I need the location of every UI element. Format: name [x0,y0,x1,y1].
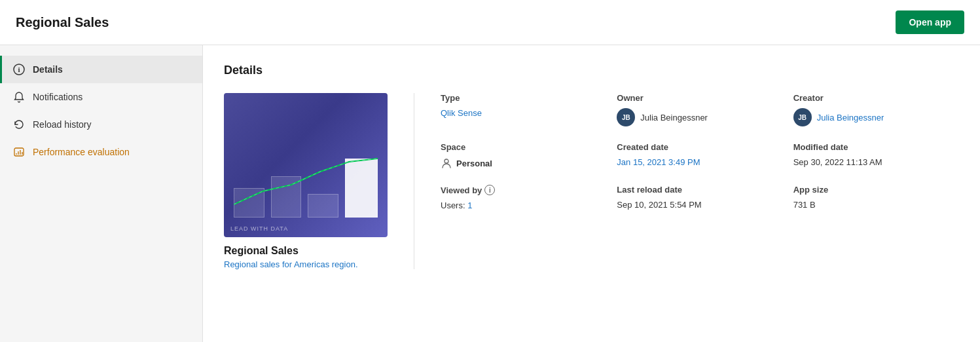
type-value[interactable]: Qlik Sense [441,108,606,118]
viewed-by-info-icon[interactable]: i [484,185,495,195]
last-reload-label: Last reload date [617,185,782,195]
sidebar-item-notifications-label: Notifications [33,92,82,102]
sidebar-item-performance-label: Performance evaluation [33,147,130,157]
space-name: Personal [456,159,492,168]
sidebar-item-details[interactable]: i Details [0,56,202,83]
details-layout: LEAD WITH DATA Regional Sales Regional s… [224,93,959,269]
creator-label: Creator [793,93,959,103]
users-value: Users: 1 [441,200,606,210]
creator-field: Creator JB Julia Beingessner [793,93,959,126]
svg-text:i: i [18,66,20,73]
space-value: Personal [441,157,606,169]
space-label: Space [441,142,606,152]
owner-avatar: JB [617,108,635,126]
app-size-field: App size 731 B [793,185,959,210]
type-field: Type Qlik Sense [441,93,606,126]
sidebar: i Details Notifications Reload histo [0,45,203,342]
type-label: Type [441,93,606,103]
app-description: Regional sales for Americas region. [224,259,388,269]
created-date-field: Created date Jan 15, 2021 3:49 PM [617,142,782,169]
viewed-by-label: Viewed by i [441,185,606,195]
app-size-value: 731 B [793,200,959,210]
viewed-by-field: Viewed by i Users: 1 [441,185,606,210]
sidebar-item-details-label: Details [33,64,63,75]
content-title: Details [224,64,959,77]
owner-field: Owner JB Julia Beingessner [617,93,782,126]
created-date-value: Jan 15, 2021 3:49 PM [617,157,782,167]
owner-label: Owner [617,93,782,103]
app-name: Regional Sales [224,245,388,257]
creator-name: Julia Beingessner [817,113,884,123]
thumbnail-lead-text: LEAD WITH DATA [230,225,288,232]
owner-name: Julia Beingessner [640,113,708,123]
created-date-label: Created date [617,142,782,152]
creator-value: JB Julia Beingessner [793,108,959,126]
chart-trend-line [234,152,378,218]
main-layout: i Details Notifications Reload histo [0,45,980,342]
modified-date-field: Modified date Sep 30, 2022 11:13 AM [793,142,959,169]
info-circle-icon: i [13,64,25,75]
modified-date-label: Modified date [793,142,959,152]
sidebar-item-notifications[interactable]: Notifications [0,83,202,111]
history-icon [13,119,25,130]
gauge-icon [13,146,25,158]
users-count: 1 [467,200,472,210]
header: Regional Sales Open app [0,0,980,45]
app-thumbnail-image: LEAD WITH DATA [224,93,388,237]
space-field: Space Personal [441,142,606,169]
svg-point-7 [445,159,448,163]
page-title: Regional Sales [16,15,109,30]
content-area: Details [203,45,980,342]
sidebar-item-reload-label: Reload history [33,119,92,130]
last-reload-field: Last reload date Sep 10, 2021 5:54 PM [617,185,782,210]
app-size-label: App size [793,185,959,195]
vertical-divider [414,93,414,269]
app-thumbnail-section: LEAD WITH DATA Regional Sales Regional s… [224,93,388,269]
personal-space-icon [441,157,452,169]
sidebar-item-performance[interactable]: Performance evaluation [0,138,202,166]
modified-date-value: Sep 30, 2022 11:13 AM [793,157,959,167]
creator-avatar: JB [793,108,812,126]
bell-icon [13,91,25,103]
last-reload-value: Sep 10, 2021 5:54 PM [617,200,782,210]
details-grid: Type Qlik Sense Owner JB Julia Beingessn… [441,93,959,269]
open-app-button[interactable]: Open app [896,10,964,34]
owner-value: JB Julia Beingessner [617,108,782,126]
sidebar-item-reload-history[interactable]: Reload history [0,111,202,138]
